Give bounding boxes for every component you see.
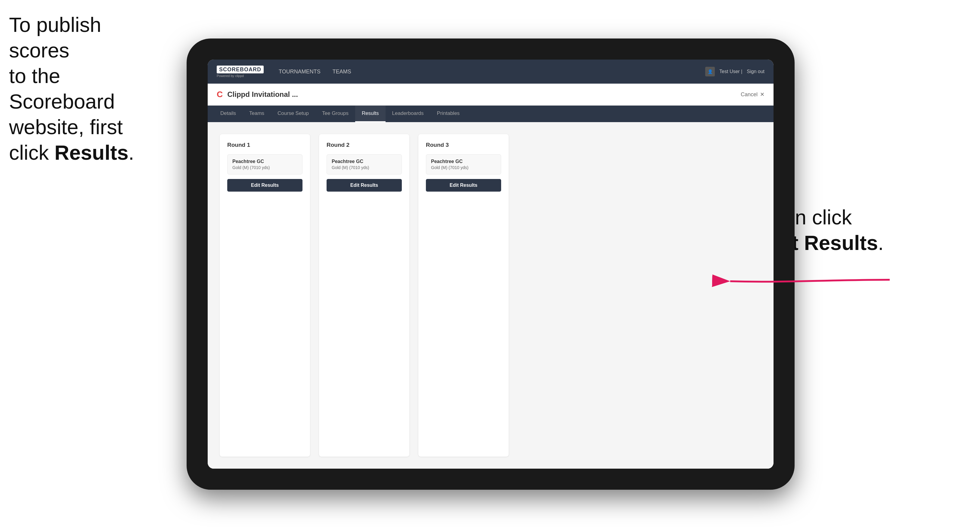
- course-detail-3: Gold (M) (7010 yds): [431, 165, 496, 170]
- user-icon: 👤: [705, 67, 715, 76]
- logo-subtitle: Powered by clippd: [217, 74, 264, 78]
- instruction-line3: website, first: [9, 116, 123, 138]
- course-card-2: Peachtree GC Gold (M) (7010 yds): [326, 154, 402, 175]
- course-card-3: Peachtree GC Gold (M) (7010 yds): [426, 154, 501, 175]
- instruction-left: To publish scores to the Scoreboard webs…: [9, 12, 165, 165]
- cancel-button[interactable]: Cancel ✕: [741, 91, 765, 98]
- tournament-header: C Clippd Invitational ... Cancel ✕: [208, 84, 773, 106]
- course-detail-2: Gold (M) (7010 yds): [332, 165, 397, 170]
- instruction-line4-bold: Results: [54, 141, 129, 164]
- edit-results-button-1[interactable]: Edit Results: [227, 179, 302, 192]
- edit-results-button-3[interactable]: Edit Results: [426, 179, 501, 192]
- tablet-screen: SCOREBOARD Powered by clippd TOURNAMENTS…: [208, 60, 773, 469]
- tablet-device: SCOREBOARD Powered by clippd TOURNAMENTS…: [187, 38, 795, 490]
- logo: SCOREBOARD: [217, 65, 264, 73]
- tournament-name: Clippd Invitational ...: [227, 90, 298, 98]
- tab-teams[interactable]: Teams: [243, 106, 271, 122]
- tournament-title-area: C Clippd Invitational ...: [217, 90, 298, 99]
- nav-tournaments[interactable]: TOURNAMENTS: [279, 67, 321, 76]
- instruction-line4-end: .: [129, 141, 134, 164]
- tab-course-setup[interactable]: Course Setup: [271, 106, 315, 122]
- navbar: SCOREBOARD Powered by clippd TOURNAMENTS…: [208, 60, 773, 84]
- edit-results-button-2[interactable]: Edit Results: [326, 179, 402, 192]
- logo-area: SCOREBOARD Powered by clippd: [217, 65, 264, 78]
- main-content: Round 1 Peachtree GC Gold (M) (7010 yds)…: [208, 122, 773, 469]
- tournament-icon: C: [217, 90, 223, 99]
- tab-leaderboards[interactable]: Leaderboards: [385, 106, 430, 122]
- round-1-title: Round 1: [227, 142, 302, 148]
- tab-tee-groups[interactable]: Tee Groups: [315, 106, 355, 122]
- course-detail-1: Gold (M) (7010 yds): [232, 165, 298, 170]
- round-card-3: Round 3 Peachtree GC Gold (M) (7010 yds)…: [418, 134, 509, 457]
- tab-details[interactable]: Details: [214, 106, 243, 122]
- course-name-3: Peachtree GC: [431, 159, 496, 164]
- round-3-title: Round 3: [426, 142, 501, 148]
- course-name-1: Peachtree GC: [232, 159, 298, 164]
- tab-results[interactable]: Results: [355, 106, 385, 122]
- user-label: Test User |: [719, 69, 742, 74]
- round-card-1: Round 1 Peachtree GC Gold (M) (7010 yds)…: [220, 134, 310, 457]
- instruction-line1: To publish scores: [9, 13, 101, 62]
- instruction-line4-plain: click: [9, 141, 54, 164]
- nav-right: 👤 Test User | Sign out: [705, 67, 765, 76]
- round-card-2: Round 2 Peachtree GC Gold (M) (7010 yds)…: [319, 134, 409, 457]
- tab-printables[interactable]: Printables: [430, 106, 466, 122]
- instruction-right-line2-end: .: [878, 231, 884, 254]
- course-card-1: Peachtree GC Gold (M) (7010 yds): [227, 154, 302, 175]
- nav-links: TOURNAMENTS TEAMS: [279, 67, 705, 76]
- nav-teams[interactable]: TEAMS: [332, 67, 351, 76]
- sign-out-link[interactable]: Sign out: [747, 69, 765, 74]
- course-name-2: Peachtree GC: [332, 159, 397, 164]
- instruction-line2: to the Scoreboard: [9, 64, 115, 113]
- round-2-title: Round 2: [326, 142, 402, 148]
- sub-tabs: Details Teams Course Setup Tee Groups Re…: [208, 106, 773, 122]
- cancel-label: Cancel: [741, 91, 757, 98]
- close-icon: ✕: [760, 91, 765, 98]
